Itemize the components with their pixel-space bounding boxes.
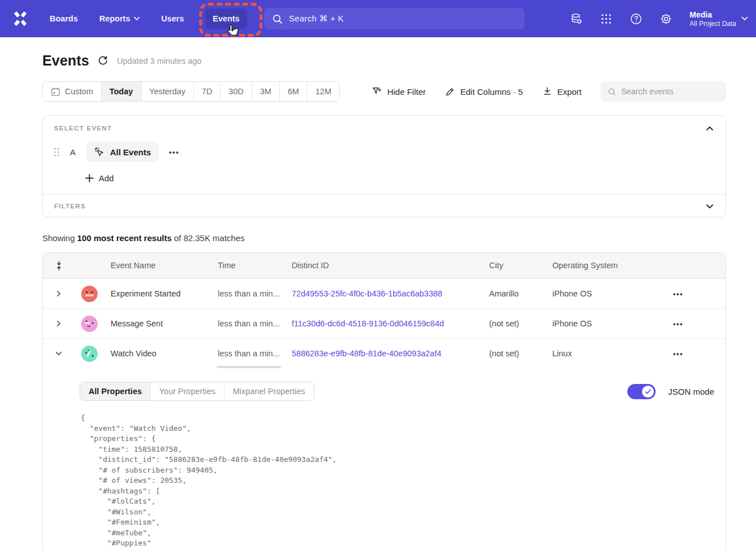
settings-gear-icon[interactable]: [660, 12, 673, 25]
nav-item-reports[interactable]: Reports: [99, 14, 140, 23]
top-navbar: Boards Reports Users Events Search ⌘ + K: [0, 0, 756, 37]
date-range-custom-label: Custom: [65, 87, 93, 96]
edit-columns-label: Edit Columns · 5: [460, 87, 523, 97]
date-range-30d-button[interactable]: 30D: [220, 82, 252, 101]
event-name-cell: Message Sent: [104, 319, 211, 328]
distinct-id-link[interactable]: 5886283e-e9fb-48fb-81de-40e9093a2af4: [292, 349, 441, 358]
expand-row-button[interactable]: [43, 290, 74, 298]
horizontal-scrollbar[interactable]: [217, 366, 281, 368]
hand-pointer-cursor-icon: [226, 24, 240, 38]
table-row[interactable]: Message Sent less than a min... f11c30d6…: [43, 308, 726, 338]
filters-section[interactable]: FILTERS: [43, 194, 726, 217]
check-icon: [644, 388, 652, 395]
column-header-city: City: [482, 261, 546, 270]
collapse-select-event-button[interactable]: [703, 121, 717, 135]
table-row[interactable]: Experiment Started less than a min... 72…: [43, 278, 726, 308]
results-prefix: Showing: [42, 233, 77, 243]
collapse-row-button[interactable]: [43, 350, 74, 357]
row-more-button[interactable]: •••: [673, 290, 683, 298]
export-button[interactable]: Export: [542, 86, 582, 97]
navbar-right-group: Media All Project Data: [570, 0, 748, 37]
nav-item-reports-label: Reports: [99, 14, 130, 23]
mixpanel-logo-icon[interactable]: [11, 10, 29, 28]
help-icon[interactable]: [630, 12, 643, 25]
expand-row-button[interactable]: [43, 320, 74, 328]
export-label: Export: [557, 87, 582, 97]
json-mode-label: JSON mode: [668, 387, 714, 396]
main-nav: Boards Reports Users Events: [50, 8, 247, 29]
table-row[interactable]: Watch Video less than a min... 5886283e-…: [43, 338, 726, 368]
os-cell: Linux: [546, 349, 666, 358]
date-range-7d-button[interactable]: 7D: [194, 82, 221, 101]
last-updated-text: Updated 3 minutes ago: [117, 56, 201, 66]
tab-all-properties[interactable]: All Properties: [80, 382, 150, 400]
expand-filters-button[interactable]: [703, 199, 717, 213]
row-more-button[interactable]: •••: [673, 320, 683, 328]
date-range-12m-button[interactable]: 12M: [307, 82, 339, 101]
event-clause-more-button[interactable]: •••: [169, 148, 179, 156]
date-range-yesterday-button[interactable]: Yesterday: [141, 82, 194, 101]
properties-tabs: All Properties Your Properties Mixpanel …: [80, 382, 314, 401]
table-header-row: Event Name Time Distinct ID City Operati…: [43, 253, 726, 278]
nav-item-events-wrap: Events: [205, 8, 247, 29]
chevron-down-icon: [134, 16, 140, 21]
apps-grid-icon[interactable]: [600, 12, 613, 25]
event-clause-row: A All Events •••: [54, 142, 714, 162]
column-header-distinct-id: Distinct ID: [285, 261, 482, 270]
distinct-id-link[interactable]: 72d49553-25fc-4f0c-b436-1b5ac6ab3388: [292, 289, 442, 298]
event-name-cell: Experiment Started: [104, 289, 211, 298]
os-cell: iPhone OS: [546, 289, 666, 298]
tab-your-properties[interactable]: Your Properties: [150, 382, 223, 400]
json-mode-toggle[interactable]: [627, 384, 656, 399]
nav-item-users[interactable]: Users: [161, 14, 184, 23]
hide-filter-label: Hide Filter: [387, 87, 425, 97]
row-more-button[interactable]: •••: [673, 350, 683, 358]
time-cell: less than a min...: [211, 349, 285, 358]
refresh-icon[interactable]: [98, 55, 108, 66]
project-switcher[interactable]: Media All Project Data: [689, 10, 748, 28]
event-json-view: { "event": "Watch Video", "properties": …: [81, 413, 714, 550]
results-suffix: of 82.35K matches: [172, 233, 244, 243]
tab-mixpanel-properties[interactable]: Mixpanel Properties: [224, 382, 314, 400]
nav-item-boards[interactable]: Boards: [50, 14, 78, 23]
search-icon: [608, 87, 616, 97]
clause-letter: A: [69, 147, 76, 157]
column-header-os: Operating System: [546, 261, 666, 270]
global-search-placeholder: Search ⌘ + K: [289, 14, 344, 24]
date-range-3m-button[interactable]: 3M: [252, 82, 279, 101]
project-subtitle: All Project Data: [689, 20, 736, 28]
event-avatar: [81, 316, 98, 332]
global-search-bar[interactable]: Search ⌘ + K: [264, 8, 525, 29]
column-header-event-name: Event Name: [104, 261, 211, 270]
calendar-icon: [51, 87, 60, 97]
results-summary: Showing 100 most recent results of 82.35…: [42, 233, 726, 243]
event-selector-button[interactable]: All Events: [86, 142, 159, 162]
selected-event-name: All Events: [110, 147, 151, 157]
search-events-input[interactable]: [621, 87, 719, 96]
distinct-id-link[interactable]: f11c30d6-dc6d-4518-9136-0d046159c84d: [292, 319, 444, 328]
all-events-sparkle-cursor-icon: [94, 147, 105, 158]
filter-plus-icon: [372, 86, 382, 97]
results-highlight: 100 most recent results: [77, 233, 172, 243]
data-management-icon[interactable]: [570, 12, 583, 25]
edit-columns-button[interactable]: Edit Columns · 5: [445, 86, 523, 97]
city-cell: Amarillo: [482, 289, 546, 298]
date-range-custom-button[interactable]: Custom: [43, 82, 101, 101]
event-detail-panel: All Properties Your Properties Mixpanel …: [43, 368, 726, 550]
os-cell: iPhone OS: [546, 319, 666, 328]
city-cell: (not set): [482, 319, 546, 328]
search-icon: [272, 14, 283, 24]
project-name: Media: [689, 10, 736, 20]
plus-icon: [85, 174, 94, 182]
drag-handle[interactable]: [54, 148, 59, 156]
page-title: Events: [42, 53, 89, 69]
date-range-today-button[interactable]: Today: [101, 82, 141, 101]
add-event-button[interactable]: Add: [85, 173, 114, 183]
hide-filter-button[interactable]: Hide Filter: [372, 86, 425, 97]
sort-icon[interactable]: [55, 261, 63, 270]
events-table: Event Name Time Distinct ID City Operati…: [42, 252, 726, 550]
date-range-6m-button[interactable]: 6M: [279, 82, 307, 101]
query-builder-card: SELECT EVENT A All Events: [42, 115, 726, 217]
filters-label: FILTERS: [54, 203, 86, 209]
search-events-field[interactable]: [601, 81, 726, 102]
